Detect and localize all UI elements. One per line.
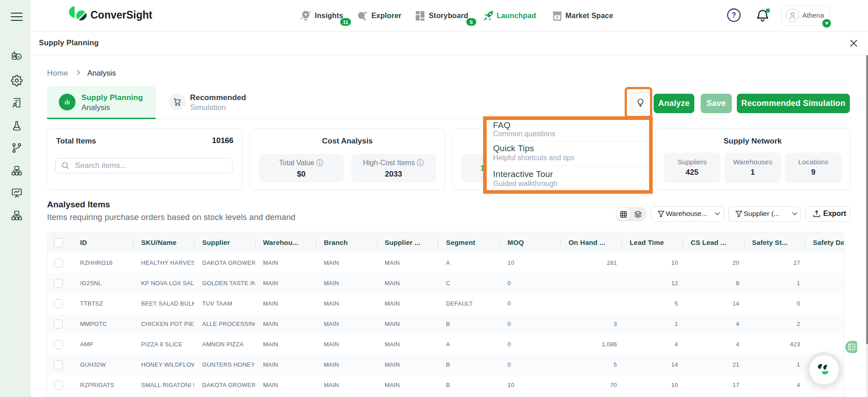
- svg-text:?: ?: [732, 11, 736, 19]
